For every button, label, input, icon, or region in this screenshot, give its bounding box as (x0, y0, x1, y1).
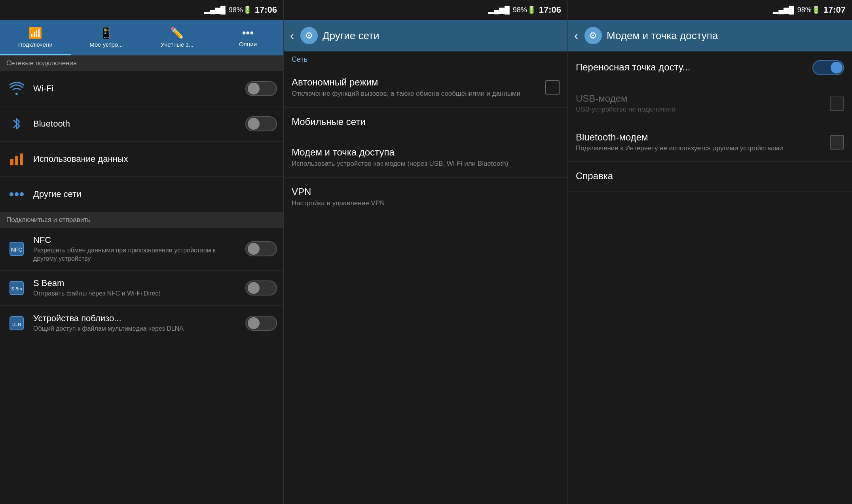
svg-rect-2 (20, 153, 23, 165)
tab-mydevice-label: Мое устро... (89, 41, 123, 48)
section-network: Сетевые подключения (0, 55, 283, 71)
mobile-text: Мобильные сети (292, 116, 560, 129)
sbeam-toggle[interactable] (245, 280, 277, 296)
status-bar-left: ▂▄▆█ 98%🔋 17:06 (0, 0, 283, 20)
bluetooth-text: Bluetooth (33, 119, 241, 129)
nearby-subtitle: Общий доступ к файлам мультимедиа через … (33, 325, 241, 333)
gear-icon-middle: ⚙ (300, 27, 318, 44)
vpn-text: VPN Настройка и управление VPN (292, 186, 560, 208)
usb-modem-checkbox[interactable] (830, 97, 844, 111)
tab-connections-label: Подключени (18, 41, 53, 48)
middle-panel: ▂▄▆█ 98%🔋 17:06 ‹ ⚙ Другие сети Сеть Авт… (284, 0, 568, 504)
data-usage-label: Использование данных (33, 154, 277, 164)
settings-item-wifi[interactable]: Wi-Fi (0, 71, 283, 106)
nfc-label: NFC (33, 235, 241, 245)
tab-mydevice-icon: 📱 (99, 27, 113, 40)
help-title: Справка (576, 171, 844, 182)
svg-point-4 (15, 192, 19, 196)
svg-text:DLN: DLN (12, 322, 21, 327)
modem-item-usb[interactable]: USB-модем USB-устройство не подключено (568, 84, 852, 123)
svg-text:NFC: NFC (11, 246, 23, 253)
tab-my-device[interactable]: 📱 Мое устро... (71, 20, 142, 55)
settings-item-data-usage[interactable]: Использование данных (0, 142, 283, 177)
settings-item-nearby[interactable]: DLN Устройства поблизо... Общий доступ к… (0, 306, 283, 341)
bluetooth-toggle[interactable] (245, 116, 277, 131)
tab-options-icon: ••• (242, 27, 254, 39)
nfc-icon: NFC (6, 239, 27, 259)
battery-left: 98%🔋 (229, 6, 252, 14)
time-right: 17:07 (824, 5, 846, 15)
status-bar-right: ▂▄▆█ 98%🔋 17:07 (568, 0, 852, 20)
nearby-toggle[interactable] (245, 316, 277, 331)
wifi-label: Wi-Fi (33, 83, 241, 94)
sbeam-subtitle: Отправить файлы через NFC и Wi-Fi Direct (33, 290, 241, 298)
tab-accounts[interactable]: ✏️ Учетные з... (142, 20, 213, 55)
portable-hotspot-text: Переносная точка досту... (576, 62, 812, 74)
settings-item-bluetooth[interactable]: Bluetooth (0, 106, 283, 142)
other-networks-icon (6, 184, 27, 205)
tab-connections[interactable]: 📶 Подключени (0, 20, 71, 55)
svg-point-3 (9, 192, 13, 196)
sbeam-text: S Beam Отправить файлы через NFC и Wi-Fi… (33, 278, 241, 298)
mobile-title: Мобильные сети (292, 116, 560, 127)
nfc-subtitle: Разрешить обмен данными при прикосновени… (33, 246, 241, 263)
bluetooth-modem-title: Bluetooth-модем (576, 132, 825, 143)
net-item-modem-hotspot[interactable]: Модем и точка доступа Использовать устро… (284, 138, 567, 178)
page-title-middle: Другие сети (323, 30, 380, 42)
tab-connections-icon: 📶 (28, 27, 42, 40)
modem-item-help[interactable]: Справка (568, 162, 852, 192)
autonomous-title: Автономный режим (292, 77, 541, 88)
autonomous-checkbox[interactable] (545, 80, 560, 95)
portable-hotspot-title: Переносная точка досту... (576, 62, 812, 73)
tab-accounts-icon: ✏️ (170, 27, 184, 40)
battery-middle: 98%🔋 (513, 6, 536, 14)
modem-hotspot-text: Модем и точка доступа Использовать устро… (292, 147, 560, 169)
wifi-toggle[interactable] (245, 81, 277, 96)
net-item-mobile[interactable]: Мобильные сети (284, 108, 567, 138)
autonomous-subtitle: Отключение функций вызовов, а также обме… (292, 89, 541, 99)
sbeam-label: S Beam (33, 278, 241, 288)
signal-icon-left: ▂▄▆█ (204, 6, 226, 14)
portable-hotspot-toggle[interactable] (812, 60, 844, 75)
battery-right: 98%🔋 (797, 6, 820, 14)
topbar-right: ‹ ⚙ Модем и точка доступа (568, 20, 852, 51)
wifi-icon (6, 78, 27, 99)
svg-point-5 (20, 192, 24, 196)
usb-modem-text: USB-модем USB-устройство не подключено (576, 93, 825, 114)
modem-item-portable-hotspot[interactable]: Переносная точка досту... (568, 51, 852, 84)
tab-accounts-label: Учетные з... (161, 41, 194, 48)
time-middle: 17:06 (539, 5, 561, 15)
tab-options-label: Опции (239, 41, 257, 47)
settings-item-sbeam[interactable]: S Bm S Beam Отправить файлы через NFC и … (0, 271, 283, 306)
autonomous-text: Автономный режим Отключение функций вызо… (292, 77, 541, 99)
other-networks-text: Другие сети (33, 189, 277, 199)
other-networks-label: Другие сети (33, 189, 277, 199)
modem-hotspot-subtitle: Использовать устройство как модем (через… (292, 159, 560, 169)
modem-item-bluetooth[interactable]: Bluetooth-модем Подключение к Интернету … (568, 123, 852, 162)
nfc-text: NFC Разрешить обмен данными при прикосно… (33, 235, 241, 263)
settings-item-nfc[interactable]: NFC NFC Разрешить обмен данными при прик… (0, 228, 283, 271)
nearby-icon: DLN (6, 313, 27, 333)
sbeam-icon: S Bm (6, 278, 27, 298)
net-section-label: Сеть (284, 51, 567, 68)
right-panel: ▂▄▆█ 98%🔋 17:07 ‹ ⚙ Модем и точка доступ… (568, 0, 852, 504)
nfc-toggle[interactable] (245, 241, 277, 256)
tab-options[interactable]: ••• Опции (213, 20, 283, 55)
gear-icon-right: ⚙ (584, 27, 602, 44)
bluetooth-icon (6, 114, 27, 134)
tab-bar-left: 📶 Подключени 📱 Мое устро... ✏️ Учетные з… (0, 20, 283, 55)
time-left: 17:06 (255, 5, 277, 15)
data-usage-text: Использование данных (33, 154, 277, 164)
settings-item-other-networks[interactable]: Другие сети (0, 177, 283, 212)
back-button-right[interactable]: ‹ (574, 29, 578, 42)
back-button-middle[interactable]: ‹ (290, 29, 294, 42)
svg-rect-1 (15, 156, 18, 165)
nearby-text: Устройства поблизо... Общий доступ к фай… (33, 313, 241, 333)
net-item-autonomous[interactable]: Автономный режим Отключение функций вызо… (284, 68, 567, 108)
net-item-vpn[interactable]: VPN Настройка и управление VPN (284, 178, 567, 217)
modem-hotspot-title: Модем и точка доступа (292, 147, 560, 158)
bluetooth-modem-checkbox[interactable] (830, 135, 844, 150)
signal-icon-middle: ▂▄▆█ (488, 6, 510, 14)
svg-rect-0 (10, 159, 13, 165)
usb-modem-title: USB-модем (576, 93, 825, 104)
